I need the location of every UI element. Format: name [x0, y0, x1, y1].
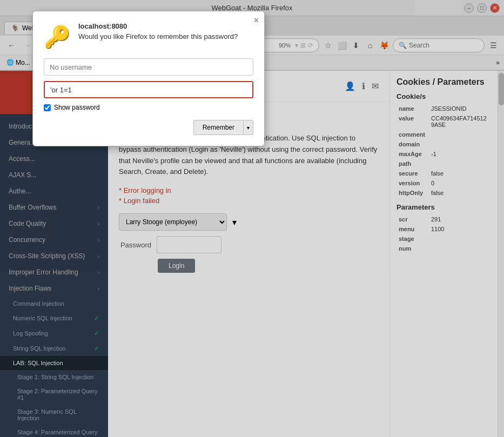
- password-dialog: × 🔑 localhost:8080 Would you like Firefo…: [32, 11, 265, 146]
- dialog-overlay: × 🔑 localhost:8080 Would you like Firefo…: [0, 0, 504, 437]
- remember-dropdown-button[interactable]: ▾: [243, 120, 253, 135]
- key-icon: 🔑: [44, 24, 71, 50]
- dialog-buttons: Remember ▾: [44, 120, 253, 135]
- dialog-domain: localhost:8080: [78, 22, 238, 30]
- show-password-label[interactable]: Show password: [54, 104, 100, 111]
- remember-button[interactable]: Remember: [193, 120, 243, 135]
- dialog-close-button[interactable]: ×: [254, 16, 259, 25]
- dialog-username-field[interactable]: [44, 58, 253, 76]
- dialog-show-password-row: Show password: [44, 104, 253, 111]
- dialog-question: Would you like Firefox to remember this …: [78, 32, 238, 41]
- dialog-title-area: localhost:8080 Would you like Firefox to…: [78, 22, 238, 41]
- dialog-header: 🔑 localhost:8080 Would you like Firefox …: [44, 22, 253, 50]
- dialog-password-field[interactable]: [44, 81, 253, 98]
- show-password-checkbox[interactable]: [44, 104, 51, 111]
